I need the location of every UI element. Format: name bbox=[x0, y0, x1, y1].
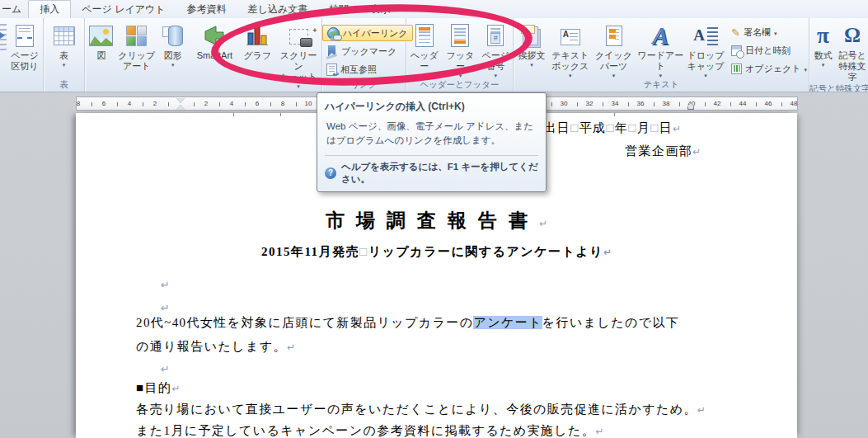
signature-icon: ✎ bbox=[731, 26, 740, 39]
hyperlink-tooltip: ハイパーリンクの挿入 (Ctrl+K) Web ページ、画像、電子メール アドレ… bbox=[317, 92, 547, 192]
ruler-tick bbox=[245, 102, 246, 106]
tab-page-layout[interactable]: ページ レイアウト bbox=[71, 0, 176, 18]
symbol-icon: Ω bbox=[844, 23, 861, 48]
ruler-number: 42 bbox=[714, 100, 721, 107]
wordart-label: ワードアート bbox=[636, 50, 684, 72]
picture-button[interactable]: 図 bbox=[85, 21, 118, 61]
dropdown-arrow-icon bbox=[822, 61, 825, 68]
symbol-button[interactable]: Ω 記号と 特殊文字 bbox=[837, 21, 868, 82]
first-line-indent-marker[interactable] bbox=[176, 98, 185, 110]
shapes-button[interactable]: 図形 bbox=[156, 21, 190, 68]
tab-stop-mark bbox=[614, 113, 615, 116]
ribbon-group-pages: ページ 区切り bbox=[0, 18, 44, 92]
object-icon bbox=[731, 64, 742, 74]
drop-cap-label: ドロップ キャップ bbox=[687, 50, 725, 72]
ruler-number: 38 bbox=[663, 100, 670, 107]
tab-insert[interactable]: 挿入 bbox=[28, 0, 71, 18]
ruler-tick bbox=[168, 102, 169, 106]
tooltip-help-text: ヘルプを表示するには、F1 キーを押してください。 bbox=[341, 161, 538, 186]
doc-department-line: 営業企画部↵ bbox=[625, 144, 701, 159]
doc-subtitle-row: 2015年11月発売□リップカラーに関するアンケートより↵ bbox=[76, 244, 797, 260]
footer-button[interactable]: フッター bbox=[443, 21, 479, 78]
right-indent-marker[interactable] bbox=[687, 103, 694, 110]
shapes-label: 図形 bbox=[164, 50, 182, 61]
ruler-tick bbox=[781, 102, 782, 106]
group-text-label: テキスト bbox=[514, 78, 809, 92]
table-label: 表 bbox=[59, 50, 68, 61]
tab-mailings[interactable]: 差し込み文書 bbox=[237, 0, 319, 18]
quick-parts-icon bbox=[606, 26, 622, 46]
header-icon bbox=[415, 24, 434, 47]
ribbon-group-tables: 表 表 bbox=[44, 18, 85, 92]
paragraph-mark: ↵ bbox=[692, 146, 701, 158]
bookmark-label: ブックマーク bbox=[341, 45, 396, 58]
group-symbols-label: 記号と特殊文字 bbox=[809, 82, 868, 92]
ruler-tick bbox=[679, 102, 680, 106]
group-pages-label bbox=[0, 78, 43, 92]
empty-paragraph-mark: ↵ bbox=[161, 279, 170, 291]
tab-references[interactable]: 参考資料 bbox=[176, 0, 237, 18]
signature-line-button[interactable]: ✎ 署名欄 bbox=[727, 24, 809, 40]
date-time-button[interactable]: 日付と時刻 bbox=[727, 42, 809, 59]
doc-subtitle: 2015年11月発売□リップカラーに関するアンケートより↵ bbox=[261, 245, 612, 258]
date-time-label: 日付と時刻 bbox=[745, 45, 791, 57]
chart-button[interactable]: グラフ bbox=[239, 21, 275, 61]
greeting-button[interactable]: 挨拶文 bbox=[514, 21, 550, 68]
doc-heading-purpose: ■目的↵ bbox=[136, 380, 180, 396]
clip-art-button[interactable]: クリップ アート bbox=[118, 21, 156, 72]
group-symbols-content: π 数式 Ω 記号と 特殊文字 bbox=[809, 18, 868, 82]
smartart-button[interactable]: SmartArt bbox=[190, 21, 240, 61]
header-button[interactable]: ヘッダー bbox=[406, 21, 443, 78]
tab-home-partial[interactable]: ーム bbox=[0, 0, 28, 18]
footer-icon bbox=[451, 24, 469, 47]
tab-review[interactable]: 校閲 bbox=[318, 0, 359, 18]
group-tables-label: 表 bbox=[44, 78, 84, 92]
table-button[interactable]: 表 bbox=[45, 21, 83, 68]
hyperlink-button[interactable]: ハイパーリンク bbox=[322, 25, 413, 41]
signature-line-label: 署名欄 bbox=[744, 26, 771, 39]
dropdown-arrow-icon bbox=[63, 61, 66, 68]
doc-paragraph-line-1: 20代~40代女性を対象に店頭にて新製品リップカラーのアンケートを行いましたので… bbox=[136, 315, 679, 331]
wordart-button[interactable]: ワードアート bbox=[636, 21, 684, 78]
empty-paragraph-mark: ↵ bbox=[161, 302, 170, 314]
drop-cap-icon bbox=[693, 27, 718, 45]
ruler-tick bbox=[296, 102, 297, 106]
fullwidth-space-mark: □ bbox=[650, 121, 659, 134]
empty-paragraph-mark: ↵ bbox=[161, 363, 170, 375]
bookmark-icon bbox=[326, 45, 338, 58]
ruler-tick bbox=[705, 102, 706, 106]
help-icon bbox=[325, 167, 336, 179]
clip-art-icon bbox=[126, 26, 147, 46]
clipped-button-icon bbox=[0, 24, 7, 52]
group-pages-content: ページ 区切り bbox=[0, 18, 43, 78]
ruler-number: 48 bbox=[791, 100, 798, 107]
quick-parts-button[interactable]: クイック パーツ bbox=[591, 21, 637, 78]
group-illustrations-content: 図 クリップ アート 図形 SmartArt bbox=[85, 18, 321, 89]
ruler-tick bbox=[91, 102, 92, 106]
dropdown-arrow-icon bbox=[774, 27, 777, 37]
ruler-tick bbox=[117, 102, 118, 106]
equation-button[interactable]: π 数式 bbox=[809, 21, 837, 68]
equation-label: 数式 bbox=[814, 50, 833, 61]
ruler-tick bbox=[756, 102, 757, 106]
cross-reference-button[interactable]: 相互参照 bbox=[322, 61, 413, 78]
text-box-button[interactable]: テキスト ボックス bbox=[550, 21, 591, 78]
ribbon-tab-bar: ーム 挿入 ページ レイアウト 参考資料 差し込み文書 校閲 表示 bbox=[0, 0, 868, 18]
doc-date-line: 提出日□平成□年□月□日↵ bbox=[530, 120, 681, 136]
ruler-number: 10 bbox=[305, 100, 312, 107]
symbol-label: 記号と 特殊文字 bbox=[837, 50, 868, 82]
group-links-content: ハイパーリンク ブックマーク 相互参照 bbox=[322, 18, 406, 78]
ruler-number: 46 bbox=[765, 100, 772, 107]
bookmark-button[interactable]: ブックマーク bbox=[322, 43, 413, 59]
drop-cap-button[interactable]: ドロップ キャップ bbox=[684, 21, 727, 78]
page-break-button[interactable]: ページ 区切り bbox=[7, 21, 43, 72]
smartart-label: SmartArt bbox=[197, 50, 232, 61]
page-number-button[interactable]: ページ 番号 bbox=[478, 21, 513, 78]
object-button[interactable]: オブジェクト bbox=[727, 60, 809, 77]
dropdown-arrow-icon bbox=[659, 72, 663, 78]
paragraph-mark: ↵ bbox=[171, 383, 180, 394]
ruler-tick bbox=[603, 102, 603, 106]
screenshot-button[interactable]: スクリーン ショット bbox=[275, 21, 321, 89]
footer-label: フッター bbox=[443, 50, 479, 72]
tab-view[interactable]: 表示 bbox=[359, 0, 401, 18]
